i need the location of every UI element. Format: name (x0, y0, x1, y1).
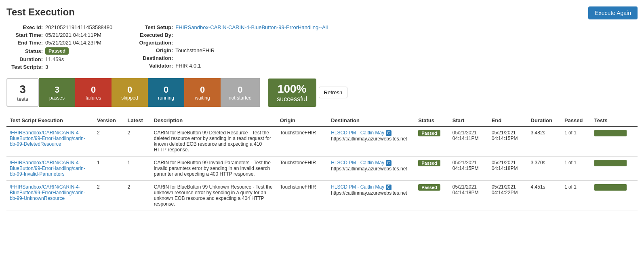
passed-cell: 1 of 1 (561, 180, 591, 210)
destination-url: https://caitlinmay.azurewebsites.net (331, 190, 407, 196)
success-block: 100% successful (268, 79, 316, 107)
total-tests-stat: 3 tests (6, 78, 39, 107)
col-passed: Passed (561, 115, 591, 126)
status-badge: Passed (418, 160, 440, 166)
script-cell: /FHIRSandbox/CARIN/CARIN-4-BlueButton/99… (6, 156, 94, 180)
description-cell: CARIN for BlueButton 99 Deleted Resource… (151, 126, 277, 156)
page-title: Test Execution (6, 6, 638, 18)
origin-cell: TouchstoneFHIR (277, 126, 328, 156)
status-cell: Passed (415, 156, 449, 180)
description-cell: CARIN for BlueButton 99 Invalid Paramete… (151, 156, 277, 180)
status-badge: Passed (45, 47, 69, 55)
start-cell: 05/21/202104:14:11PM (449, 126, 488, 156)
destination-link[interactable]: HLSCD PM - Caitlin May (331, 160, 384, 166)
progress-bar (594, 184, 627, 191)
duration-cell: 3.482s (528, 126, 561, 156)
test-scripts-label: Test Scripts: (6, 64, 43, 70)
skipped-label: skipped (120, 95, 140, 101)
col-description: Description (151, 115, 277, 126)
destination-link[interactable]: HLSCD PM - Caitlin May (331, 184, 384, 190)
running-label: running (156, 95, 176, 101)
passed-cell: 1 of 1 (561, 126, 591, 156)
dest-icon: C (386, 130, 391, 136)
version-cell: 2 (94, 126, 124, 156)
test-setup-info: Test Setup: FHIRSandbox-CARIN-CARIN-4-Bl… (137, 24, 328, 70)
script-link[interactable]: /FHIRSandbox/CARIN/CARIN-4-BlueButton/99… (10, 130, 85, 147)
waiting-num: 0 (192, 85, 213, 95)
stats-bar: 3 tests 3 passes 0 failures 0 skipped 0 … (6, 78, 638, 107)
test-setup-link[interactable]: FHIRSandbox-CARIN-CARIN-4-BlueButton-99-… (175, 24, 328, 30)
execute-again-button[interactable]: Execute Again (588, 6, 638, 19)
exec-info: Exec Id: 20210521191411453588480 Start T… (6, 24, 112, 70)
status-cell: Passed (415, 180, 449, 210)
duration-cell: 3.370s (528, 156, 561, 180)
test-setup-label: Test Setup: (137, 24, 173, 30)
tests-cell (591, 180, 638, 210)
latest-cell: 1 (124, 156, 151, 180)
header-section: Exec Id: 20210521191411453588480 Start T… (6, 24, 638, 70)
destination-cell: HLSCD PM - Caitlin May C https://caitlin… (328, 180, 415, 210)
end-time-label: End Time: (6, 40, 43, 46)
running-num: 0 (156, 85, 176, 95)
col-version: Version (94, 115, 124, 126)
status-label: Status: (6, 48, 43, 54)
dest-icon: C (386, 185, 391, 190)
test-scripts-value: 3 (45, 64, 48, 70)
tests-cell (591, 126, 638, 156)
origin-value: TouchstoneFHIR (175, 47, 215, 53)
total-num: 3 (15, 83, 30, 96)
destination-link[interactable]: HLSCD PM - Caitlin May (331, 130, 384, 136)
refresh-button[interactable]: Refresh (319, 87, 348, 98)
status-badge: Passed (418, 184, 440, 191)
duration-label: Duration: (6, 56, 43, 62)
waiting-label: waiting (192, 95, 213, 101)
failures-stat: 0 failures (75, 78, 112, 107)
end-cell: 05/21/202104:14:15PM (488, 126, 528, 156)
latest-cell: 2 (124, 126, 151, 156)
script-link[interactable]: /FHIRSandbox/CARIN/CARIN-4-BlueButton/99… (10, 160, 85, 177)
col-status: Status (415, 115, 449, 126)
destination-url: https://caitlinmay.azurewebsites.net (331, 166, 407, 172)
start-cell: 05/21/202104:14:18PM (449, 180, 488, 210)
success-pct: 100% (276, 83, 308, 96)
duration-value: 11.459s (45, 56, 64, 62)
validator-value: FHIR 4.0.1 (175, 63, 201, 69)
script-link[interactable]: /FHIRSandbox/CARIN/CARIN-4-BlueButton/99… (10, 184, 85, 201)
passes-stat: 3 passes (39, 78, 75, 107)
organization-label: Organization: (137, 40, 173, 46)
executed-by-label: Executed By: (137, 32, 173, 38)
col-latest: Latest (124, 115, 151, 126)
start-time-label: Start Time: (6, 32, 43, 38)
success-label: successful (276, 96, 308, 103)
destination-cell: HLSCD PM - Caitlin May C https://caitlin… (328, 126, 415, 156)
validator-label: Validator: (137, 63, 173, 69)
duration-cell: 4.451s (528, 180, 561, 210)
col-end: End (488, 115, 528, 126)
origin-cell: TouchstoneFHIR (277, 180, 328, 210)
dest-icon: C (386, 160, 391, 166)
status-cell: Passed (415, 126, 449, 156)
not-started-num: 0 (229, 85, 252, 95)
col-tests: Tests (591, 115, 638, 126)
progress-bar (594, 160, 627, 166)
script-cell: /FHIRSandbox/CARIN/CARIN-4-BlueButton/99… (6, 180, 94, 210)
end-time-value: 05/21/2021 04:14:23PM (45, 40, 101, 46)
col-start: Start (449, 115, 488, 126)
origin-cell: TouchstoneFHIR (277, 156, 328, 180)
running-stat: 0 running (148, 78, 184, 107)
description-cell: CARIN for BlueButton 99 Unknown Resource… (151, 180, 277, 210)
end-cell: 05/21/202104:14:18PM (488, 156, 528, 180)
success-area: 100% successful Refresh (264, 78, 348, 107)
table-header-row: Test Script Execution Version Latest Des… (6, 115, 638, 126)
passes-num: 3 (47, 85, 67, 95)
failures-label: failures (83, 95, 103, 101)
table-row: /FHIRSandbox/CARIN/CARIN-4-BlueButton/99… (6, 156, 638, 180)
progress-bar (594, 130, 627, 136)
col-origin: Origin (277, 115, 328, 126)
version-cell: 1 (94, 156, 124, 180)
tests-cell (591, 156, 638, 180)
total-label: tests (15, 96, 30, 102)
col-script: Test Script Execution (6, 115, 94, 126)
destination-url: https://caitlinmay.azurewebsites.net (331, 136, 407, 142)
results-table: Test Script Execution Version Latest Des… (6, 115, 638, 210)
